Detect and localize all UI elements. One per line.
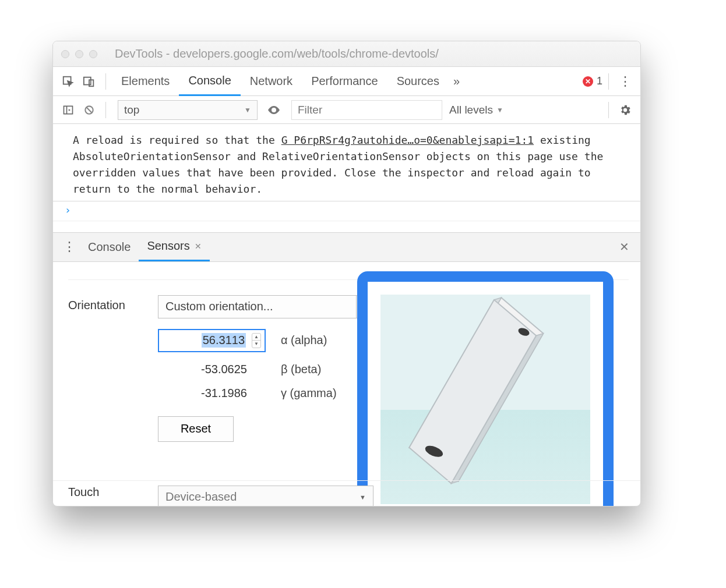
touch-select[interactable]: Device-based ▼ (158, 486, 373, 506)
chevron-down-icon: ▼ (360, 494, 366, 501)
levels-label: All levels (449, 104, 493, 116)
svg-rect-3 (64, 106, 73, 114)
close-window-button[interactable] (61, 50, 69, 58)
touch-section: Touch Device-based ▼ (53, 480, 640, 506)
titlebar: DevTools - developers.google.com/web/too… (53, 41, 640, 67)
device-toggle-icon[interactable] (80, 73, 98, 90)
zoom-window-button[interactable] (89, 50, 97, 58)
sidebar-toggle-icon[interactable] (59, 101, 77, 119)
filter-input[interactable] (291, 100, 442, 120)
prompt-caret: › (65, 204, 71, 216)
beta-label: β (beta) (281, 363, 351, 376)
reset-button[interactable]: Reset (158, 416, 234, 442)
svg-rect-1 (84, 77, 91, 84)
devtools-window: DevTools - developers.google.com/web/too… (52, 41, 641, 506)
window-controls (61, 50, 97, 58)
orientation-preset-select[interactable]: Custom orientation... (158, 295, 356, 318)
context-value: top (124, 104, 139, 116)
svg-point-5 (273, 109, 275, 111)
window-title: DevTools - developers.google.com/web/too… (97, 47, 640, 61)
gamma-value: -31.1986 (201, 387, 247, 399)
beta-input[interactable]: -53.0625 (158, 363, 266, 376)
drawer-tab-sensors[interactable]: Sensors ✕ (139, 232, 209, 261)
error-icon: ✕ (583, 76, 593, 87)
kebab-menu-icon[interactable]: ⋮ (616, 73, 634, 90)
gamma-input[interactable]: -31.1986 (158, 387, 266, 400)
gear-icon[interactable] (616, 101, 634, 119)
orientation-3d-highlight (357, 271, 614, 506)
log-levels-select[interactable]: All levels ▼ (449, 104, 503, 116)
error-count: 1 (597, 75, 602, 87)
tab-performance[interactable]: Performance (302, 67, 387, 96)
alpha-value: 56.3113 (202, 333, 246, 348)
orientation-3d-scene[interactable] (380, 295, 590, 504)
tabs-overflow[interactable]: » (449, 67, 464, 96)
main-tabs: Elements Console Network Performance Sou… (53, 67, 640, 96)
drawer-kebab-icon[interactable]: ⋮ (61, 238, 78, 256)
tab-sources[interactable]: Sources (387, 67, 449, 96)
eye-icon[interactable] (265, 101, 283, 119)
clear-console-icon[interactable] (80, 101, 98, 119)
minimize-window-button[interactable] (75, 50, 83, 58)
console-prompt[interactable]: › (53, 201, 640, 221)
alpha-input[interactable]: 56.3113 ▲▼ (158, 329, 266, 352)
tab-console[interactable]: Console (179, 67, 240, 96)
chevron-down-icon: ▼ (496, 106, 503, 114)
touch-value: Device-based (165, 490, 237, 504)
beta-value: -53.0625 (201, 363, 247, 376)
sensors-panel: Orientation Custom orientation... ▼ 56.3… (53, 262, 640, 506)
tab-network[interactable]: Network (241, 67, 302, 96)
gamma-label: γ (gamma) (281, 387, 351, 400)
orientation-label: Orientation (68, 295, 144, 312)
drawer-tabs: ⋮ Console Sensors ✕ ✕ (53, 233, 640, 262)
drawer-tab-console[interactable]: Console (80, 232, 139, 261)
chevron-down-icon: ▼ (244, 106, 251, 114)
message-source-link[interactable]: G P6rpRSr4g?autohide…o=0&enablejsapi=1:1 (281, 134, 534, 146)
context-select[interactable]: top ▼ (118, 100, 258, 120)
error-badge[interactable]: ✕ 1 (583, 75, 602, 87)
alpha-stepper[interactable]: ▲▼ (252, 333, 261, 348)
console-toolbar: top ▼ All levels ▼ (53, 96, 640, 124)
message-prefix: A reload is required so that the (73, 134, 281, 146)
alpha-label: α (alpha) (281, 334, 351, 347)
inspect-icon[interactable] (59, 73, 77, 90)
tab-elements[interactable]: Elements (112, 67, 179, 96)
console-output: A reload is required so that the G P6rpR… (53, 124, 640, 201)
orientation-preset-value: Custom orientation... (165, 300, 273, 313)
close-tab-icon[interactable]: ✕ (195, 242, 202, 251)
phone-model[interactable] (392, 277, 569, 501)
touch-label: Touch (68, 486, 144, 506)
drawer-close-icon[interactable]: ✕ (615, 238, 633, 256)
